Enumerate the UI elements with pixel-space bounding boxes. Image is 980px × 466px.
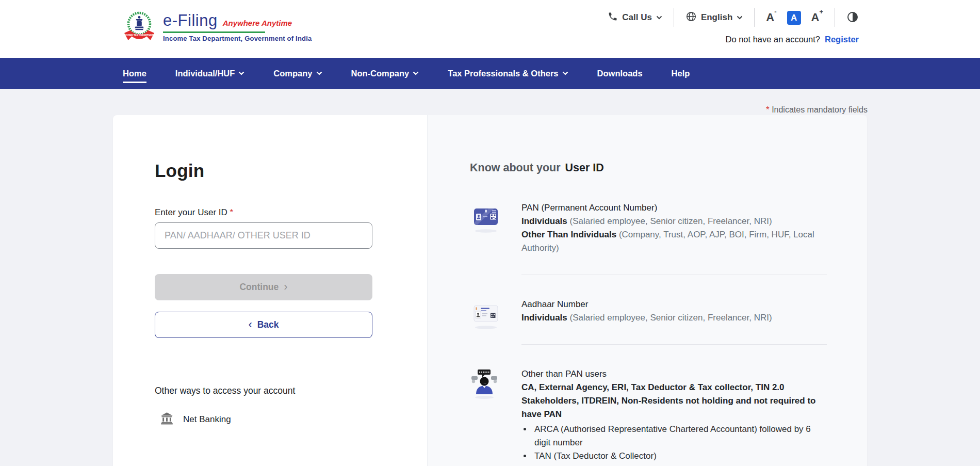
nav-item-home[interactable]: Home [123, 58, 146, 89]
know-user-id-panel: Know about yourUser ID [427, 115, 867, 466]
nav-item-help[interactable]: Help [672, 58, 690, 89]
font-decrease-button[interactable]: A- [766, 11, 776, 23]
chevron-down-icon [413, 71, 419, 75]
aadhaar-card-icon [470, 298, 502, 345]
other-than-pan-section: Other than PAN users CA, External Agency… [470, 367, 836, 463]
call-us-label: Call Us [622, 12, 652, 23]
bullet-tan: TAN (Tax Deductor & Collector) [532, 449, 827, 463]
bullet-arca: ARCA (Authorised Representative Chartere… [532, 423, 827, 449]
other-than-pan-title: Other than PAN users [521, 367, 827, 381]
pan-other-than-individuals-line: Other Than Individuals (Company, Trust, … [521, 228, 827, 255]
site-header: INCOME TAX DEPARTMENT e-Filing Anywhere … [0, 0, 980, 58]
back-button[interactable]: ‹Back [155, 312, 372, 338]
aadhaar-section: Aadhaar Number Individuals (Salaried emp… [470, 298, 836, 345]
income-tax-emblem-icon: INCOME TAX DEPARTMENT [123, 10, 156, 46]
pan-individuals-line: Individuals (Salaried employee, Senior c… [521, 215, 827, 228]
font-size-controls: A- A A+ [766, 11, 823, 25]
register-prompt: Do not have an account? Register [726, 35, 859, 44]
pan-section-title: PAN (Permanent Account Number) [521, 201, 827, 215]
contrast-icon [846, 11, 859, 25]
logo-underline [163, 31, 265, 33]
brand-name: e-Filing [163, 11, 218, 30]
chevron-left-icon: ‹ [248, 319, 252, 330]
divider [674, 8, 674, 27]
other-than-pan-bullets: ARCA (Authorised Representative Chartere… [521, 423, 827, 463]
brand-tagline: Anywhere Anytime [223, 19, 292, 27]
call-us-menu[interactable]: Call Us [608, 11, 662, 24]
account-prompt-text: Do not have an account? [726, 35, 820, 44]
nav-item-company[interactable]: Company [273, 58, 322, 89]
know-panel-title: Know about yourUser ID [470, 162, 836, 174]
logo-text: e-Filing Anywhere Anytime Income Tax Dep… [163, 10, 312, 42]
header-toolbar: Call Us English A- A A+ [608, 8, 859, 27]
chevron-down-icon [562, 71, 568, 75]
continue-button[interactable]: Continue› [155, 274, 372, 300]
aadhaar-individuals-line: Individuals (Salaried employee, Senior c… [521, 311, 827, 325]
chevron-right-icon: › [284, 281, 287, 293]
login-title: Login [155, 160, 427, 181]
tax-professional-icon [470, 367, 502, 463]
net-banking-label: Net Banking [183, 414, 231, 425]
nav-item-individual-huf[interactable]: Individual/HUF [175, 58, 245, 89]
chevron-down-icon [656, 15, 662, 20]
page-body: * Indicates mandatory fields Login Enter… [0, 89, 980, 466]
language-label: English [701, 12, 732, 23]
chevron-down-icon [316, 71, 322, 75]
register-link[interactable]: Register [825, 35, 859, 44]
nav-item-downloads[interactable]: Downloads [597, 58, 643, 89]
pan-card-icon [470, 201, 502, 275]
svg-text:INCOME TAX DEPARTMENT: INCOME TAX DEPARTMENT [123, 34, 155, 37]
divider [754, 8, 755, 27]
language-menu[interactable]: English [685, 11, 743, 25]
other-than-pan-description: CA, External Agency, ERI, Tax Deductor &… [521, 381, 827, 421]
nav-item-tax-professionals[interactable]: Tax Professionals & Others [448, 58, 568, 89]
font-increase-button[interactable]: A+ [811, 11, 823, 23]
contrast-toggle[interactable] [846, 11, 859, 25]
login-card: Login Enter your User ID * Continue› ‹Ba… [113, 115, 867, 466]
mandatory-fields-note: * Indicates mandatory fields [0, 89, 980, 115]
user-id-label: Enter your User ID * [155, 207, 427, 218]
chevron-down-icon [238, 71, 244, 75]
user-id-input[interactable] [155, 222, 372, 249]
nav-item-non-company[interactable]: Non-Company [351, 58, 419, 89]
logo-subtitle: Income Tax Department, Government of Ind… [163, 35, 312, 42]
login-panel: Login Enter your User ID * Continue› ‹Ba… [113, 115, 427, 466]
aadhaar-section-title: Aadhaar Number [521, 298, 827, 311]
bank-icon [160, 411, 174, 427]
pan-section: PAN (Permanent Account Number) Individua… [470, 201, 836, 275]
divider [835, 8, 835, 27]
net-banking-option[interactable]: Net Banking [160, 411, 427, 427]
other-ways-title: Other ways to access your account [155, 385, 427, 396]
efiling-logo[interactable]: INCOME TAX DEPARTMENT e-Filing Anywhere … [123, 0, 312, 58]
phone-icon [608, 11, 618, 24]
font-default-button[interactable]: A [787, 11, 801, 25]
globe-icon [685, 11, 697, 25]
main-navbar: Home Individual/HUF Company Non-Company … [0, 58, 980, 89]
chevron-down-icon [737, 15, 743, 20]
